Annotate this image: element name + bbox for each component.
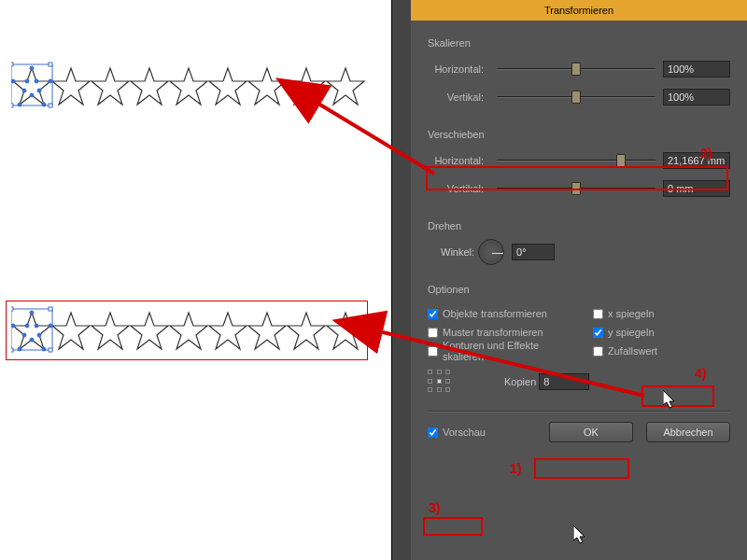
svg-point-11 [30,93,34,97]
svg-point-15 [25,79,29,83]
svg-rect-4 [11,104,13,107]
svg-point-12 [18,103,21,106]
svg-point-10 [42,103,46,106]
rotate-heading: Drehen [428,220,730,231]
move-h-value[interactable]: 21,1667 mm [663,152,730,169]
move-heading: Verschieben [428,129,730,140]
scale-heading: Skalieren [428,37,730,49]
move-v-slider[interactable] [497,188,655,189]
opt-mirror-y[interactable]: y spiegeln [593,323,730,342]
scale-h-label: Horizontal: [428,63,489,75]
opt-random[interactable]: Zufallswert [593,342,730,360]
anchor-widget[interactable] [428,370,452,394]
selection-rect-bottom [6,301,368,360]
slider-thumb [571,91,581,104]
angle-value[interactable]: 0° [512,244,555,260]
opt-scale-strokes[interactable]: Konturen und Effekte skalieren [428,342,565,360]
scale-v-value[interactable]: 100% [663,89,730,105]
svg-point-8 [49,79,52,83]
anno-2: 2) [700,146,712,161]
cancel-button[interactable]: Abbrechen [646,422,730,442]
svg-rect-5 [49,104,52,107]
ok-button[interactable]: OK [549,422,633,442]
svg-rect-2 [11,63,13,66]
transform-dialog: Transformieren Skalieren Horizontal: 100… [411,0,747,560]
angle-dial[interactable] [478,239,504,265]
move-section: Verschieben Horizontal: 21,1667 mm Verti… [428,125,730,200]
anno-3: 3) [429,500,440,515]
copies-value[interactable]: 8 [539,373,589,390]
scale-h-slider[interactable] [497,68,655,70]
slider-thumb [571,182,581,195]
svg-point-6 [30,66,34,70]
anno-4: 4) [695,366,706,381]
options-heading: Optionen [428,284,730,295]
scale-v-slider[interactable] [497,96,655,98]
preview-checkbox[interactable]: Vorschau [428,423,486,441]
anno-1: 1) [510,461,521,476]
scale-v-label: Vertikal: [428,91,489,103]
rotate-section: Drehen Winkel: 0° [428,217,730,263]
move-h-label: Horizontal: [428,155,489,166]
angle-label: Winkel: [441,246,474,258]
move-h-slider[interactable] [497,160,655,161]
star-row-top [11,61,366,113]
svg-point-9 [37,89,41,92]
slider-thumb [571,63,581,76]
svg-point-7 [35,79,38,83]
svg-point-14 [11,79,15,83]
scale-h-value[interactable]: 100% [663,61,730,77]
slider-thumb [616,154,626,167]
svg-rect-3 [49,63,52,66]
copies-label: Kopien [504,376,536,387]
opt-transform-patterns[interactable]: Muster transformieren [428,323,565,342]
options-section: Optionen Objekte transformieren Muster t… [428,280,730,394]
dialog-title: Transformieren [411,0,747,21]
move-v-label: Vertikal: [428,183,489,194]
svg-point-13 [22,89,26,92]
opt-mirror-x[interactable]: x spiegeln [593,304,730,323]
opt-transform-objects[interactable]: Objekte transformieren [428,304,565,323]
canvas-area [0,0,411,560]
move-v-value[interactable]: 0 mm [663,180,730,197]
divider [428,411,730,413]
scale-section: Skalieren Horizontal: 100% Vertikal: 100… [428,34,730,108]
